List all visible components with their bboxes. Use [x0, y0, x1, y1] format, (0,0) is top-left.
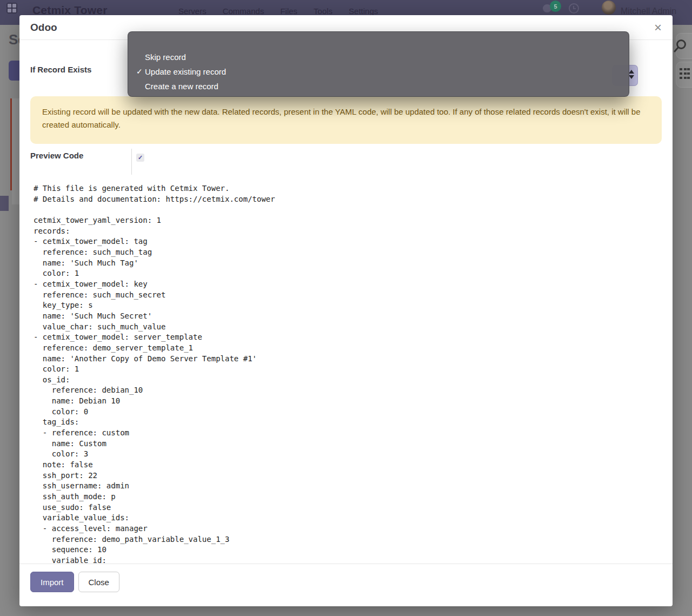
- notification-badge: 5: [550, 1, 561, 12]
- background-search-button: [676, 33, 692, 59]
- background-alert-border-fragment: [10, 98, 12, 190]
- menu-item-files: Files: [280, 6, 297, 16]
- close-icon[interactable]: ×: [654, 21, 662, 34]
- select-stepper-icon: [629, 70, 634, 79]
- import-dialog: Odoo × If Record Exists Existing record …: [19, 15, 673, 606]
- menu-item-servers: Servers: [178, 6, 207, 16]
- background-panel-fragment: [12, 98, 19, 204]
- if-record-exists-label: If Record Exists: [30, 65, 91, 74]
- dropdown-menu: Skip record ✓ Update existing record Cre…: [128, 31, 629, 97]
- activity-clock-icon: [569, 3, 579, 14]
- menu-item-tools: Tools: [314, 6, 332, 16]
- menu-item-commands: Commands: [223, 6, 264, 16]
- checkmark-icon: ✓: [138, 154, 143, 161]
- footer-divider: [19, 564, 673, 564]
- apps-grid-icon: [6, 3, 17, 14]
- preview-code-checkbox[interactable]: ✓: [136, 154, 144, 162]
- import-button[interactable]: Import: [30, 572, 74, 592]
- background-card-fragment: [0, 196, 9, 211]
- dropdown-option-skip-record[interactable]: Skip record: [128, 50, 629, 64]
- yaml-code-preview[interactable]: # This file is generated with Cetmix Tow…: [34, 183, 655, 564]
- search-icon: [672, 38, 688, 56]
- user-avatar: [602, 1, 616, 15]
- menu-item-settings: Settings: [349, 6, 378, 16]
- background-listview-button: [676, 62, 692, 88]
- preview-code-label: Preview Code: [30, 151, 83, 160]
- main-menu: Servers Commands Files Tools Settings: [178, 6, 378, 16]
- dropdown-option-create-new-record[interactable]: Create a new record: [128, 79, 629, 94]
- list-view-icon: [680, 68, 682, 79]
- update-warning-alert: Existing record will be updated with the…: [30, 96, 662, 144]
- selected-checkmark-icon: ✓: [136, 67, 144, 76]
- screen: Cetmix Tower Servers Commands Files Tool…: [0, 0, 692, 616]
- dialog-footer: Import Close: [30, 572, 119, 592]
- dropdown-option-update-existing-record[interactable]: ✓ Update existing record: [128, 64, 629, 79]
- field-separator: [131, 149, 132, 175]
- close-button[interactable]: Close: [78, 572, 119, 592]
- dialog-title: Odoo: [30, 22, 57, 34]
